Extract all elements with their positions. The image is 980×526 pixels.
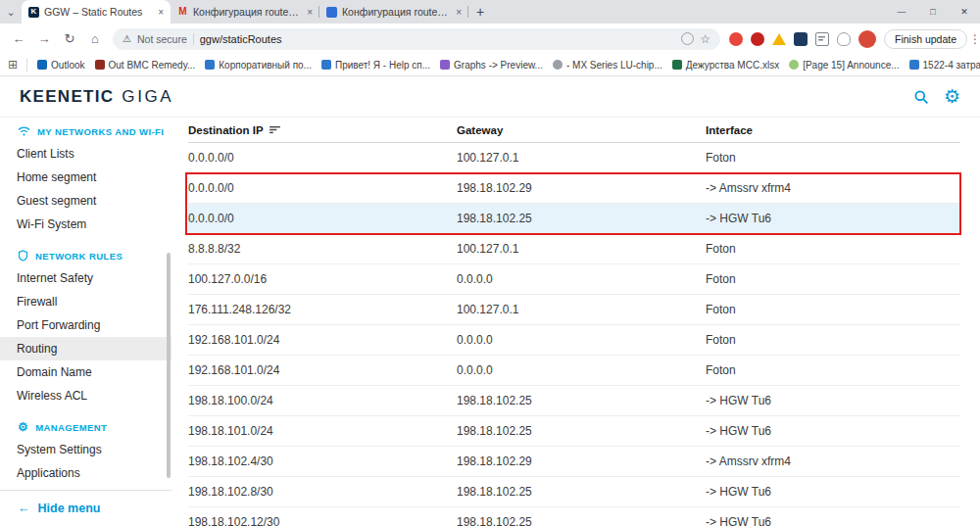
- tab-close-icon[interactable]: ×: [456, 7, 462, 18]
- search-icon[interactable]: [913, 89, 929, 105]
- extension-icon-5[interactable]: [815, 32, 829, 46]
- route-interface: -> Amssrv xfrm4: [706, 181, 960, 195]
- page-action-icon[interactable]: [681, 32, 694, 45]
- sidebar-section-my-networks[interactable]: MY NETWORKS AND WI-FI: [0, 118, 172, 142]
- route-row[interactable]: 0.0.0.0/0 198.18.102.29 -> Amssrv xfrm4: [188, 173, 960, 204]
- route-destination: 0.0.0.0/0: [188, 181, 457, 195]
- route-interface: Foton: [706, 303, 960, 316]
- bookmark-item[interactable]: Дежурства MCC.xlsx: [667, 58, 784, 72]
- sidebar-item-internet-safety[interactable]: Internet Safety: [0, 266, 172, 290]
- column-header-destination-ip[interactable]: Destination IP: [188, 124, 457, 136]
- brand-name: KEENETIC: [20, 87, 114, 107]
- column-header-interface[interactable]: Interface: [706, 124, 960, 136]
- keenetic-logo: KEENETIC GIGA: [20, 87, 173, 107]
- sidebar-item-home-segment[interactable]: Home segment: [0, 166, 172, 189]
- settings-gear-icon[interactable]: ⚙: [944, 87, 960, 106]
- column-header-gateway[interactable]: Gateway: [457, 124, 706, 136]
- bookmark-star-icon[interactable]: ☆: [700, 32, 710, 46]
- tab-doc[interactable]: Конфигурация route-based sit ×: [319, 0, 468, 24]
- back-button[interactable]: ←: [6, 26, 31, 52]
- route-row[interactable]: 198.18.102.4/30 198.18.102.29 -> Amssrv …: [188, 447, 960, 477]
- hide-menu-button[interactable]: ← Hide menu: [0, 490, 172, 526]
- route-interface: -> HGW Tu6: [706, 485, 960, 499]
- reload-button[interactable]: ↻: [57, 26, 82, 52]
- route-row[interactable]: 192.168.101.0/24 0.0.0.0 Foton: [188, 325, 960, 356]
- sidebar-item-wireless-acl[interactable]: Wireless ACL: [0, 384, 172, 407]
- route-row[interactable]: 0.0.0.0/0 100.127.0.1 Foton: [188, 143, 960, 173]
- sidebar-item-domain-name[interactable]: Domain Name: [0, 360, 172, 384]
- close-button[interactable]: ✕: [949, 0, 980, 24]
- forward-button[interactable]: →: [31, 26, 57, 52]
- tab-close-icon[interactable]: ×: [158, 7, 164, 18]
- route-row[interactable]: 198.18.102.8/30 198.18.102.25 -> HGW Tu6: [188, 477, 960, 507]
- tab-close-icon[interactable]: ×: [307, 7, 313, 18]
- warning-icon: ⚠: [122, 33, 131, 44]
- sidebar-item-wifi-system[interactable]: Wi-Fi System: [0, 213, 172, 236]
- route-row[interactable]: 198.18.101.0/24 198.18.102.25 -> HGW Tu6: [188, 416, 960, 447]
- browser-window: ⌄ K GGW – Static Routes × M Конфигурация…: [0, 0, 980, 526]
- maximize-button[interactable]: □: [917, 0, 949, 24]
- bookmarks-bar: ⊞ Outlook Out BMC Remedy... Корпоративны…: [0, 54, 980, 76]
- extension-icon-4[interactable]: [794, 32, 808, 46]
- table-header-row: Destination IP Gateway Interface: [188, 118, 960, 143]
- sort-icon: [270, 125, 280, 134]
- route-interface: -> HGW Tu6: [706, 515, 960, 526]
- tab-search-icon[interactable]: ⌄: [0, 0, 22, 24]
- sidebar-item-port-forwarding[interactable]: Port Forwarding: [0, 313, 172, 337]
- apps-grid-icon[interactable]: ⊞: [8, 58, 18, 72]
- sidebar-item-system-settings[interactable]: System Settings: [0, 438, 172, 461]
- profile-avatar[interactable]: [858, 30, 876, 48]
- hide-menu-label: Hide menu: [38, 502, 101, 515]
- browser-menu-icon[interactable]: ⋮: [969, 32, 980, 46]
- app-body: MY NETWORKS AND WI-FI Client Lists Home …: [0, 118, 980, 526]
- sidebar-item-client-lists[interactable]: Client Lists: [0, 142, 172, 166]
- route-row[interactable]: 8.8.8.8/32 100.127.0.1 Foton: [188, 234, 960, 264]
- bookmark-favicon: [37, 60, 47, 70]
- routes-table: Destination IP Gateway Interface 0.0.0.0…: [188, 118, 960, 526]
- sidebar-scrollbar[interactable]: [167, 253, 171, 478]
- window-controls: — □ ✕: [886, 0, 980, 24]
- bookmark-favicon: [553, 60, 563, 70]
- route-row[interactable]: 100.127.0.0/16 0.0.0.0 Foton: [188, 264, 960, 295]
- home-button[interactable]: ⌂: [82, 26, 108, 52]
- url-input[interactable]: ⚠ Not secure ggw/staticRoutes ☆: [113, 28, 720, 50]
- sidebar-item-applications[interactable]: Applications: [0, 461, 172, 485]
- sidebar-item-routing[interactable]: Routing: [0, 337, 172, 360]
- sidebar-section-label: NETWORK RULES: [35, 251, 122, 262]
- bookmark-item[interactable]: Корпоративный по...: [200, 58, 317, 72]
- bookmark-item[interactable]: 1522-4 затраты Авг...: [905, 58, 980, 72]
- new-tab-button[interactable]: +: [468, 0, 492, 24]
- route-row[interactable]: 192.168.101.0/24 0.0.0.0 Foton: [188, 356, 960, 386]
- route-row[interactable]: 176.111.248.126/32 100.127.0.1 Foton: [188, 295, 960, 325]
- tab-gmail[interactable]: M Конфигурация route-based sit ×: [171, 0, 319, 24]
- route-interface: Foton: [706, 363, 960, 377]
- extension-icon-3[interactable]: [772, 33, 786, 45]
- sidebar-section-management[interactable]: ⚙ MANAGEMENT: [0, 413, 172, 438]
- tab-static-routes[interactable]: K GGW – Static Routes ×: [22, 0, 171, 24]
- route-gateway: 198.18.102.25: [457, 212, 706, 225]
- bookmark-item[interactable]: Graphs -> Preview...: [435, 58, 548, 72]
- extension-icon-1[interactable]: [729, 32, 743, 46]
- route-row[interactable]: 198.18.102.12/30 198.18.102.25 -> HGW Tu…: [188, 507, 960, 526]
- bookmark-favicon: [789, 60, 799, 70]
- bookmark-item[interactable]: - MX Series LU-chip...: [548, 58, 667, 72]
- sidebar-item-firewall[interactable]: Firewall: [0, 290, 172, 313]
- route-destination: 198.18.100.0/24: [188, 394, 457, 407]
- finish-update-button[interactable]: Finish update: [884, 29, 967, 49]
- bookmark-item[interactable]: Out BMC Remedy...: [90, 58, 201, 72]
- minimize-button[interactable]: —: [886, 0, 917, 24]
- security-label[interactable]: Not secure: [137, 33, 187, 45]
- route-row[interactable]: 198.18.100.0/24 198.18.102.25 -> HGW Tu6: [188, 386, 960, 416]
- sidebar-item-guest-segment[interactable]: Guest segment: [0, 189, 172, 213]
- bookmark-label: 1522-4 затраты Авг...: [923, 60, 980, 71]
- extension-icon-6[interactable]: [837, 32, 851, 46]
- bookmark-item[interactable]: Outlook: [32, 58, 89, 72]
- shield-icon: [18, 250, 28, 262]
- browser-tab-strip: ⌄ K GGW – Static Routes × M Конфигурация…: [0, 0, 980, 24]
- route-row-highlighted[interactable]: 0.0.0.0/0 198.18.102.25 -> HGW Tu6: [188, 204, 960, 234]
- bookmark-item[interactable]: Привет! Я - Help сп...: [317, 58, 435, 72]
- sidebar-section-network-rules[interactable]: NETWORK RULES: [0, 242, 172, 266]
- route-destination: 192.168.101.0/24: [188, 363, 457, 377]
- bookmark-item[interactable]: [Page 15] Announce...: [784, 58, 904, 72]
- extension-icon-2[interactable]: [751, 32, 764, 46]
